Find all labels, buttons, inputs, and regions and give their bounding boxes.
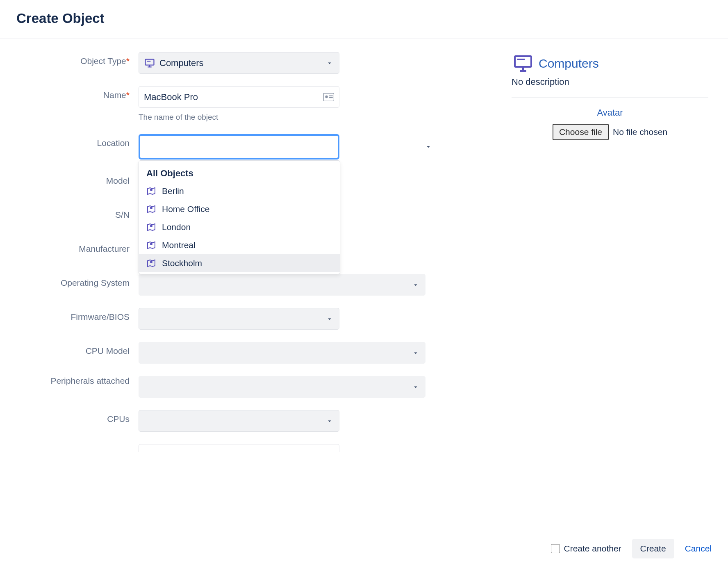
map-pin-icon (146, 240, 156, 250)
name-help: The name of the object (139, 113, 438, 122)
label-partial (20, 444, 139, 448)
location-option-label: Berlin (162, 186, 184, 196)
svg-rect-6 (329, 95, 333, 96)
label-object-type: Object Type (80, 56, 126, 66)
create-another-checkbox[interactable] (551, 544, 560, 553)
firmware-select[interactable] (139, 308, 339, 330)
cancel-button[interactable]: Cancel (685, 544, 712, 554)
label-cpus: CPUs (107, 414, 130, 424)
partial-input[interactable] (139, 444, 339, 452)
map-pin-icon (146, 258, 156, 268)
file-status: No file chosen (613, 127, 667, 137)
create-button[interactable]: Create (632, 539, 674, 558)
label-sn: S/N (115, 210, 130, 219)
chevron-down-icon (412, 281, 419, 289)
id-card-icon (323, 93, 334, 101)
create-another-wrap[interactable]: Create another (551, 544, 621, 554)
form-panel: Object Type* Computers Name* (20, 52, 438, 532)
location-option-berlin[interactable]: Berlin (139, 182, 340, 200)
location-option-montreal[interactable]: Montreal (139, 236, 340, 254)
svg-point-8 (150, 189, 152, 191)
dialog-title: Create Object (16, 11, 712, 26)
side-panel: Computers No description Avatar Choose f… (512, 52, 708, 532)
location-option-label: Home Office (162, 204, 209, 214)
svg-point-9 (150, 207, 152, 209)
svg-point-10 (150, 225, 152, 227)
footer: Create another Create Cancel (0, 532, 728, 565)
svg-rect-0 (146, 59, 154, 65)
choose-file-button[interactable]: Choose file (553, 124, 609, 140)
map-pin-icon (146, 204, 156, 214)
chevron-down-icon (425, 143, 432, 150)
svg-point-12 (150, 261, 152, 263)
location-option-stockholm[interactable]: Stockholm (139, 254, 340, 272)
chevron-down-icon (412, 383, 419, 391)
location-option-home-office[interactable]: Home Office (139, 200, 340, 218)
side-description: No description (512, 77, 708, 98)
map-pin-icon (146, 186, 156, 196)
svg-point-5 (325, 95, 328, 98)
label-os: Operating System (61, 278, 130, 287)
dropdown-header: All Objects (139, 165, 340, 182)
side-title: Computers (539, 57, 599, 71)
label-location: Location (97, 138, 130, 148)
location-option-label: Stockholm (162, 258, 202, 268)
location-select[interactable] (139, 134, 339, 159)
chevron-down-icon (412, 349, 419, 357)
computer-icon (144, 57, 155, 69)
svg-rect-7 (329, 97, 333, 98)
location-option-london[interactable]: London (139, 218, 340, 236)
location-input[interactable] (145, 136, 333, 158)
label-name: Name (103, 90, 126, 100)
label-manufacturer: Manufacturer (79, 244, 130, 253)
location-dropdown: All Objects BerlinHome OfficeLondonMontr… (139, 160, 340, 274)
name-input[interactable] (144, 87, 320, 107)
label-peripherals: Peripherals attached (50, 376, 130, 385)
svg-point-11 (150, 243, 152, 245)
chevron-down-icon (326, 417, 333, 425)
peripherals-select[interactable] (139, 376, 425, 398)
location-option-label: Montreal (162, 240, 196, 250)
os-select[interactable] (139, 274, 425, 296)
cpu-model-select[interactable] (139, 342, 425, 364)
location-option-label: London (162, 222, 191, 232)
label-model: Model (106, 176, 130, 185)
name-input-wrapper (139, 86, 339, 108)
cpus-select[interactable] (139, 410, 339, 432)
chevron-down-icon (326, 315, 333, 323)
avatar-heading: Avatar (512, 107, 708, 118)
computer-icon (512, 54, 535, 73)
chevron-down-icon (326, 59, 333, 67)
map-pin-icon (146, 222, 156, 232)
svg-rect-13 (515, 56, 531, 67)
create-another-label: Create another (564, 544, 621, 554)
label-firmware: Firmware/BIOS (71, 312, 130, 321)
label-cpu-model: CPU Model (86, 346, 130, 355)
object-type-select[interactable]: Computers (139, 52, 339, 74)
object-type-value: Computers (159, 58, 204, 68)
